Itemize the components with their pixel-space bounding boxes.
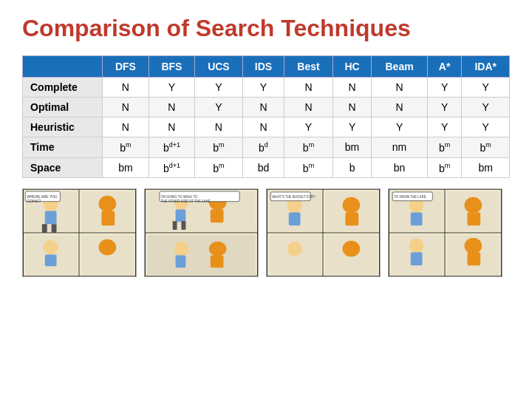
cell: Y bbox=[427, 78, 462, 98]
svg-text:TO DRAIN THE LAKE.: TO DRAIN THE LAKE. bbox=[394, 195, 427, 199]
svg-rect-13 bbox=[101, 211, 115, 226]
row-label-space: Space bbox=[23, 157, 103, 178]
svg-point-63 bbox=[409, 239, 424, 253]
header-astar: A* bbox=[427, 56, 462, 78]
cell: Y bbox=[372, 117, 427, 137]
cell: N bbox=[149, 98, 195, 117]
header-bfs: BFS bbox=[149, 56, 195, 78]
svg-text:THE OTHER SIDE OF THE LAKE: THE OTHER SIDE OF THE LAKE bbox=[161, 200, 211, 203]
svg-rect-61 bbox=[467, 213, 480, 226]
svg-rect-7 bbox=[52, 225, 57, 233]
svg-rect-35 bbox=[211, 256, 224, 268]
header-idastar: IDA* bbox=[462, 56, 510, 78]
svg-point-45 bbox=[343, 197, 361, 214]
cell: bm bbox=[103, 137, 149, 158]
svg-rect-64 bbox=[411, 253, 423, 266]
cell: b bbox=[332, 157, 372, 178]
cell: N bbox=[103, 98, 149, 117]
cell: bd+1 bbox=[149, 157, 195, 178]
svg-point-50 bbox=[343, 241, 361, 257]
cell: N bbox=[372, 78, 427, 98]
svg-point-15 bbox=[44, 240, 58, 255]
cell: bm bbox=[427, 137, 462, 158]
svg-rect-31 bbox=[147, 235, 256, 275]
table-row: Time bm bd+1 bm bd bm bm nm bm bm bbox=[23, 137, 510, 158]
cell: N bbox=[332, 78, 372, 98]
cell: N bbox=[284, 98, 333, 117]
cell: bm bbox=[195, 137, 243, 158]
cell: bm bbox=[462, 137, 510, 158]
svg-text:WHAT'S THE BUCKET FOR?: WHAT'S THE BUCKET FOR? bbox=[272, 195, 316, 199]
header-empty bbox=[23, 56, 103, 78]
svg-point-60 bbox=[465, 197, 482, 214]
svg-point-48 bbox=[287, 242, 302, 256]
table-row: Heuristic N N N N Y Y Y Y Y bbox=[23, 117, 510, 137]
table-row: Space bm bd+1 bm bd bm b bn bm bm bbox=[23, 157, 510, 178]
header-ucs: UCS bbox=[195, 56, 243, 78]
row-label-time: Time bbox=[23, 137, 103, 158]
cell: N bbox=[103, 78, 149, 98]
page-title: Comparison of Search Techniques bbox=[22, 15, 510, 42]
svg-point-34 bbox=[209, 242, 227, 256]
svg-rect-5 bbox=[45, 211, 57, 225]
cell: bm bbox=[284, 137, 333, 158]
cell: Y bbox=[462, 98, 510, 117]
comic-panel-4: TO DRAIN THE LAKE. bbox=[388, 188, 502, 277]
header-hc: HC bbox=[332, 56, 372, 78]
cell: N bbox=[149, 117, 195, 137]
page: Comparison of Search Techniques DFS BFS … bbox=[0, 0, 532, 399]
svg-rect-46 bbox=[345, 213, 358, 226]
cell: Y bbox=[149, 78, 195, 98]
svg-point-12 bbox=[99, 196, 117, 212]
svg-text:I'M GOING TO WALK TO: I'M GOING TO WALK TO bbox=[161, 195, 198, 199]
cell: bd bbox=[242, 137, 284, 158]
svg-rect-16 bbox=[45, 255, 57, 267]
cell: bn bbox=[372, 157, 427, 178]
cell: Y bbox=[332, 117, 372, 137]
cell: bm bbox=[462, 157, 510, 178]
comic-panel-1: WHERE ARE YOU GOING? bbox=[22, 188, 137, 277]
cell: N bbox=[242, 117, 284, 137]
comparison-table: DFS BFS UCS IDS Best HC Beam A* IDA* Com… bbox=[22, 55, 510, 178]
row-label-complete: Complete bbox=[23, 78, 103, 98]
cell: bm bbox=[284, 157, 333, 178]
cell: Y bbox=[427, 117, 462, 137]
cell: N bbox=[332, 98, 372, 117]
cell: bm bbox=[427, 157, 462, 178]
cell: N bbox=[284, 78, 333, 98]
cell: Y bbox=[242, 78, 284, 98]
row-label-optimal: Optimal bbox=[23, 98, 103, 117]
svg-rect-6 bbox=[42, 225, 47, 233]
cell: Y bbox=[195, 78, 243, 98]
svg-rect-33 bbox=[176, 256, 186, 268]
header-best: Best bbox=[284, 56, 333, 78]
svg-rect-56 bbox=[411, 213, 423, 226]
cell: N bbox=[195, 117, 243, 137]
svg-rect-41 bbox=[289, 213, 301, 226]
comics-section: WHERE ARE YOU GOING? bbox=[22, 188, 510, 277]
cell: bm bbox=[195, 157, 243, 178]
cell: Y bbox=[195, 98, 243, 117]
table-row: Optimal N N Y N N N N Y Y bbox=[23, 98, 510, 117]
svg-text:GOING?: GOING? bbox=[27, 200, 41, 203]
svg-text:WHERE ARE YOU: WHERE ARE YOU bbox=[27, 195, 58, 199]
cell: N bbox=[103, 117, 149, 137]
cell: bd+1 bbox=[149, 137, 195, 158]
svg-rect-67 bbox=[467, 253, 480, 266]
header-ids: IDS bbox=[242, 56, 284, 78]
header-beam: Beam bbox=[372, 56, 427, 78]
comic-panel-2: I'M GOING TO WALK TO THE OTHER SIDE OF T… bbox=[144, 188, 259, 277]
cell: Y bbox=[462, 78, 510, 98]
svg-rect-27 bbox=[211, 210, 224, 223]
svg-point-18 bbox=[99, 239, 117, 256]
table-header-row: DFS BFS UCS IDS Best HC Beam A* IDA* bbox=[23, 56, 510, 78]
header-dfs: DFS bbox=[103, 56, 149, 78]
svg-rect-23 bbox=[176, 210, 186, 222]
cell: Y bbox=[284, 117, 333, 137]
cell: Y bbox=[462, 117, 510, 137]
svg-point-32 bbox=[174, 242, 189, 256]
svg-rect-25 bbox=[181, 222, 185, 231]
comic-panel-3: WHAT'S THE BUCKET FOR? bbox=[266, 188, 381, 277]
cell: nm bbox=[372, 137, 427, 158]
cell: bm bbox=[103, 157, 149, 178]
